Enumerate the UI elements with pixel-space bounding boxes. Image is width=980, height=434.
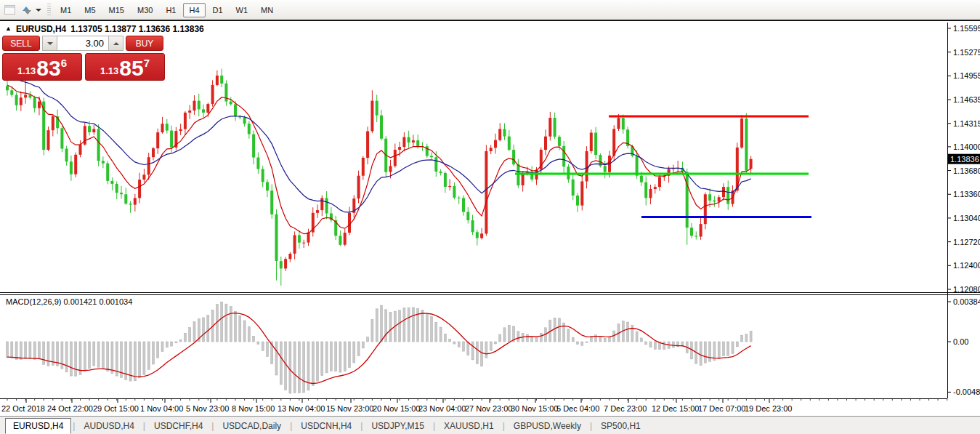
timeframe-button-M1[interactable]: M1 [54, 3, 77, 17]
macd-histogram-bar [495, 342, 497, 344]
candle-body [562, 146, 565, 166]
macd-histogram-bar [97, 342, 100, 367]
candle-body [690, 228, 693, 236]
timeframe-button-D1[interactable]: D1 [207, 3, 229, 17]
timeframe-button-H1[interactable]: H1 [160, 3, 182, 17]
candle-body [198, 101, 201, 110]
timeframe-button-MN[interactable]: MN [255, 3, 279, 17]
macd-histogram-bar [321, 342, 323, 376]
macd-histogram-bar [70, 342, 72, 376]
sell-button[interactable]: SELL [2, 36, 40, 51]
time-tick-label: 24 Oct 22:00 [47, 404, 93, 413]
macd-histogram-bar [463, 342, 465, 351]
macd-histogram-bar [389, 312, 392, 342]
macd-histogram-bar [499, 334, 501, 342]
timeframe-button-M15[interactable]: M15 [103, 3, 130, 17]
macd-histogram-bar [517, 331, 519, 342]
candle-body [344, 233, 347, 245]
macd-histogram-bar [453, 342, 455, 344]
macd-histogram-bar [7, 342, 9, 358]
timeframe-button-W1[interactable]: W1 [230, 3, 254, 17]
macd-histogram-bar [449, 339, 451, 342]
macd-histogram-bar [75, 342, 77, 377]
timeframe-button-H4[interactable]: H4 [183, 3, 205, 17]
candle-body [604, 166, 607, 172]
candle-body [52, 116, 54, 130]
candle-body [494, 140, 497, 148]
candle-body [179, 129, 182, 132]
candle-body [476, 232, 479, 238]
macd-histogram-bar [490, 342, 492, 350]
candle-body [60, 128, 63, 148]
macd-tick-label: 0.00 [953, 337, 968, 346]
arrows-icon[interactable] [19, 3, 35, 17]
macd-histogram-bar [431, 317, 433, 342]
macd-histogram-bar [243, 321, 246, 342]
buy-button[interactable]: BUY [126, 36, 163, 51]
macd-histogram-bar [184, 333, 186, 342]
candle-body [713, 201, 716, 202]
timeframe-button-M5[interactable]: M5 [78, 3, 101, 17]
candle-body [366, 132, 369, 158]
macd-histogram-bar [558, 318, 560, 342]
candle-body [129, 204, 132, 205]
candle-body [357, 176, 360, 198]
candle-body [65, 149, 68, 162]
price-tick-label: 1.12080 [953, 285, 980, 294]
time-tick-label: 22 Oct 2018 [1, 404, 45, 413]
price-tick-label: 1.15595 [953, 24, 980, 33]
candle-body [20, 97, 23, 105]
candle-body [416, 140, 419, 146]
volume-input[interactable] [57, 36, 108, 51]
price-tick-label: 1.14000 [953, 142, 980, 151]
tab-SP500-H1[interactable]: SP500,H1 [594, 419, 648, 433]
volume-decrease-button[interactable] [42, 36, 57, 51]
candle-body [266, 182, 269, 191]
tab-USDCAD-Daily[interactable]: USDCAD,Daily [215, 419, 288, 433]
candle-body [275, 214, 278, 261]
macd-histogram-bar [357, 342, 360, 356]
timeframe-button-M30[interactable]: M30 [131, 3, 158, 17]
candle-body [102, 161, 105, 163]
macd-histogram-bar [312, 342, 314, 385]
candle-body [430, 156, 433, 158]
candle-body [448, 186, 451, 187]
collapse-trading-widget-icon[interactable]: ▲ [5, 25, 12, 32]
dropdown-caret-icon[interactable] [36, 9, 41, 12]
candle-body [284, 259, 287, 268]
tab-USDCNH-H4[interactable]: USDCNH,H4 [293, 419, 359, 433]
macd-histogram-bar [25, 342, 27, 359]
candle-body [572, 180, 575, 196]
macd-histogram-bar [221, 302, 223, 342]
volume-increase-button[interactable] [108, 36, 123, 51]
chart-window-icon[interactable] [1, 3, 17, 17]
candle-body [644, 182, 647, 198]
tab-EURUSD-H4[interactable]: EURUSD,H4 [5, 418, 71, 434]
macd-histogram-bar [663, 342, 665, 350]
top-toolbar: M1M5M15M30H1H4D1W1MN [0, 0, 980, 21]
tab-XAUUSD-H1[interactable]: XAUUSD,H1 [437, 419, 501, 433]
macd-histogram-bar [107, 342, 109, 371]
price-tick-label: 1.12720 [953, 238, 980, 246]
time-tick-label: 20 Nov 15:00 [373, 404, 420, 413]
candle-body [548, 118, 551, 137]
macd-histogram-bar [672, 342, 674, 347]
tab-USDCHF-H4[interactable]: USDCHF,H4 [147, 419, 210, 433]
candle-body [339, 236, 341, 244]
candle-body [554, 118, 556, 137]
macd-histogram-bar [750, 331, 752, 342]
price-tick-label: 1.13360 [953, 190, 980, 198]
candle-body [503, 129, 506, 136]
time-tick-label: 5 Dec 04:00 [556, 404, 599, 413]
time-tick-label: 17 Dec 07:00 [698, 404, 745, 413]
tab-GBPUSD-Weekly[interactable]: GBPUSD,Weekly [506, 419, 588, 433]
macd-tick-label: 0.003847 [953, 297, 980, 306]
tab-AUDUSD-H4[interactable]: AUDUSD,H4 [76, 419, 141, 433]
chart-title: ▲ EURUSD,H4 1.13705 1.13877 1.13636 1.13… [5, 24, 204, 34]
macd-histogram-bar [203, 318, 205, 342]
candle-body [70, 161, 73, 174]
macd-histogram-bar [43, 342, 45, 364]
macd-histogram-bar [111, 342, 113, 374]
tab-USDJPY-M15[interactable]: USDJPY,M15 [364, 419, 431, 433]
macd-histogram-bar [47, 342, 49, 366]
